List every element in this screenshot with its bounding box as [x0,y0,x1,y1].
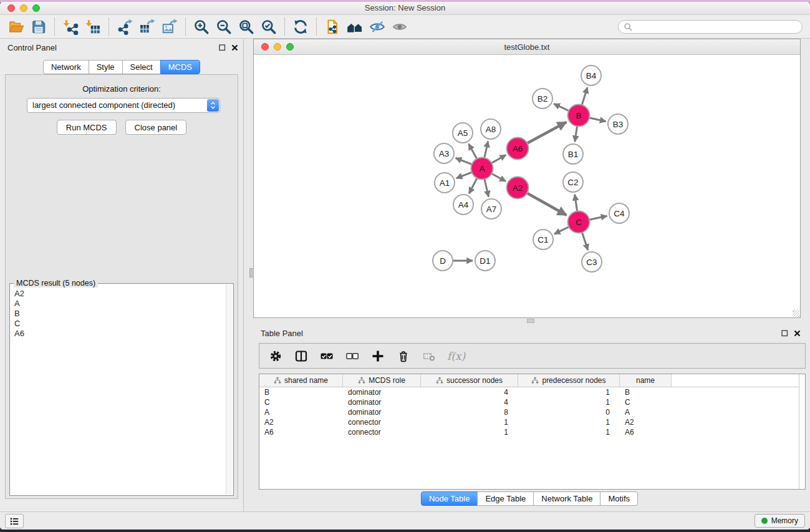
graph-node-C1[interactable]: C1 [533,230,553,249]
graph-node-A7[interactable]: A7 [481,199,501,219]
network-close-button[interactable] [261,43,269,51]
search-input[interactable] [635,22,797,31]
graph-node-D[interactable]: D [433,251,453,271]
table-cell[interactable]: A6 [620,427,672,437]
show-columns-button[interactable] [294,349,309,364]
graph-node-C3[interactable]: C3 [582,252,602,272]
first-neighbors-button[interactable] [344,17,366,37]
table-cell[interactable]: C [620,397,672,407]
deselect-all-columns-button[interactable] [345,349,360,364]
column-header-successor-nodes[interactable]: successor nodes [421,374,518,387]
show-all-button[interactable] [388,17,411,37]
tab-style[interactable]: Style [89,60,123,74]
tab-network-table[interactable]: Network Table [533,491,600,506]
tab-edge-table[interactable]: Edge Table [477,491,534,506]
table-row-a6[interactable]: A6connector11A6 [259,427,805,437]
zoom-window-button[interactable] [32,4,40,12]
table-cell[interactable]: 4 [421,387,518,397]
table-cell[interactable]: 8 [421,407,518,417]
table-cell[interactable]: 0 [518,407,620,417]
result-list-scrollbar[interactable] [226,284,233,495]
close-panel-icon[interactable] [231,44,238,51]
result-item-a[interactable]: A [14,299,221,309]
import-network-button[interactable] [59,17,82,37]
graph-node-A1[interactable]: A1 [435,173,455,193]
table-cell[interactable]: 1 [518,417,620,427]
network-minimize-button[interactable] [274,43,281,51]
table-cell[interactable]: A [259,407,343,417]
network-zoom-button[interactable] [286,43,294,51]
table-cell[interactable]: 1 [518,427,620,437]
new-network-from-selection-button[interactable] [321,17,344,37]
graph-node-B1[interactable]: B1 [563,144,583,164]
mcds-result-list[interactable]: A2ABCA6 [11,286,225,495]
export-image-button[interactable] [158,17,181,37]
close-window-button[interactable] [7,4,15,12]
table-cell[interactable]: B [620,387,672,397]
table-row-c[interactable]: Cdominator41C [259,397,805,407]
tab-node-table[interactable]: Node Table [421,491,478,506]
float-panel-icon[interactable] [219,44,226,51]
table-cell[interactable]: 1 [421,427,518,437]
graph-node-B3[interactable]: B3 [608,114,628,134]
table-cell[interactable]: A2 [259,417,343,427]
graph-node-A2[interactable]: A2 [507,177,529,199]
result-item-a2[interactable]: A2 [14,289,221,299]
open-session-button[interactable] [5,17,27,37]
hide-selected-button[interactable] [366,17,388,37]
table-cell[interactable]: dominator [343,387,421,397]
tab-select[interactable]: Select [122,60,161,74]
table-cell[interactable]: 1 [518,397,620,407]
graph-node-A[interactable]: A [471,158,493,180]
vertical-split-handle[interactable] [249,268,254,278]
table-cell[interactable]: 1 [421,417,518,427]
table-cell[interactable]: dominator [343,407,421,417]
search-field[interactable] [618,20,803,34]
function-builder-button[interactable]: f(x) [447,350,465,362]
graph-node-A4[interactable]: A4 [453,195,473,215]
graph-node-A3[interactable]: A3 [434,143,454,163]
zoom-selected-button[interactable] [258,17,280,37]
column-header-shared-name[interactable]: shared name [259,374,343,387]
result-item-a6[interactable]: A6 [14,329,221,339]
close-panel-button[interactable]: Close panel [125,120,187,135]
table-row-a[interactable]: Adominator80A [259,407,805,417]
table-scrollbar[interactable] [799,374,805,489]
graph-node-A8[interactable]: A8 [481,119,501,139]
graph-node-A6[interactable]: A6 [507,138,529,160]
minimize-window-button[interactable] [20,4,27,12]
graph-node-C2[interactable]: C2 [563,172,583,192]
export-network-button[interactable] [113,17,136,37]
table-cell[interactable]: A2 [620,417,672,427]
table-cell[interactable]: connector [343,427,421,437]
table-row-a2[interactable]: A2connector11A2 [259,417,805,427]
tab-motifs[interactable]: Motifs [600,491,638,506]
table-cell[interactable]: A6 [259,427,343,437]
graph-node-B2[interactable]: B2 [533,89,552,109]
zoom-in-button[interactable] [190,17,213,37]
delete-table-button[interactable] [422,349,436,364]
graph-node-A5[interactable]: A5 [453,123,473,143]
delete-column-button[interactable] [396,349,411,364]
save-session-button[interactable] [27,17,50,37]
select-all-columns-button[interactable] [319,349,334,364]
column-header-mcds-role[interactable]: MCDS role [343,374,421,387]
graph-node-C4[interactable]: C4 [609,203,629,223]
export-table-button[interactable] [136,17,158,37]
table-cell[interactable]: B [259,387,343,397]
graph-node-C[interactable]: C [568,211,590,233]
table-cell[interactable]: dominator [343,397,421,407]
table-cell[interactable]: C [259,397,343,407]
table-row-b[interactable]: Bdominator41B [259,387,805,397]
graph-node-B4[interactable]: B4 [581,65,601,85]
run-mcds-button[interactable]: Run MCDS [57,120,117,135]
horizontal-split-handle[interactable] [527,319,534,323]
zoom-out-button[interactable] [213,17,235,37]
close-panel-icon[interactable] [794,330,801,337]
network-canvas[interactable]: B4B2BB3A8A5A6A3B1AC2A1A2A4A7C4CC1C3DD1 [254,56,800,317]
memory-button[interactable]: Memory [755,514,805,528]
column-header-name[interactable]: name [620,374,672,387]
tab-mcds[interactable]: MCDS [160,60,200,74]
window-resize-grip[interactable] [793,310,799,317]
column-header-predecessor-nodes[interactable]: predecessor nodes [518,374,620,387]
